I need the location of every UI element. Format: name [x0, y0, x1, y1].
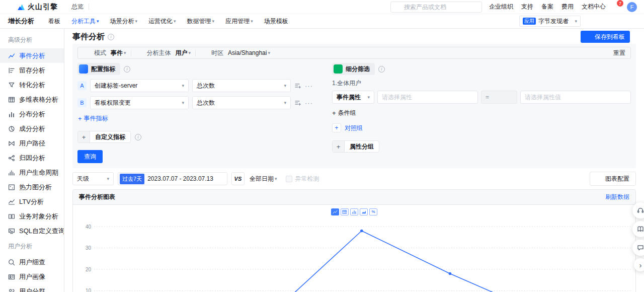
sidebar-item[interactable]: 用户分群 [0, 284, 64, 292]
sidebar-item[interactable]: SQL自定义查询 [0, 224, 64, 238]
mode-list-icon [83, 50, 90, 56]
add-custom-metric-button[interactable]: + 自定义指标 [77, 131, 131, 143]
more-icon[interactable]: ··· [305, 99, 313, 107]
chart-type-bar-chart-icon[interactable] [350, 208, 358, 215]
sidebar-item[interactable]: 归因分析 [0, 151, 64, 165]
float-support-icon[interactable] [632, 202, 644, 218]
avatar[interactable]: F [627, 2, 637, 12]
sidebar-item-label: 事件分析 [19, 51, 45, 60]
subject-select[interactable]: 用户▾ [176, 49, 191, 57]
brand-logo[interactable]: 火山引擎 [17, 3, 58, 12]
refresh-data-button[interactable]: 刷新数据 [598, 193, 629, 201]
chart-type-line-chart-icon[interactable] [331, 208, 339, 215]
mode-select[interactable]: 事件▾ [111, 49, 126, 57]
sidebar-item[interactable]: 分布分析 [0, 107, 64, 121]
granularity-select[interactable]: 天级▾ [72, 172, 114, 185]
sidebar-item[interactable]: 留存分析 [0, 63, 64, 78]
reset-button[interactable]: 重置 [605, 49, 625, 57]
global-search[interactable] [390, 2, 482, 13]
date-toolbar: 天级▾ 过去7天 2023.07.07 - 2023.07.13 VS 全部日期… [72, 168, 636, 189]
vs-button[interactable]: VS [231, 172, 245, 185]
subnav-tab[interactable]: 数据管理▾ [187, 17, 215, 26]
sidebar-item[interactable]: LTV分析 [0, 194, 64, 209]
info-icon[interactable]: i [124, 66, 130, 72]
hamburger-menu-icon[interactable] [5, 4, 12, 11]
overview-link[interactable]: 总览 [63, 3, 84, 11]
topnav-link-4[interactable]: 文档中心 [582, 3, 606, 11]
banner-icon[interactable] [588, 18, 595, 25]
subnav-tab[interactable]: 运营优化▾ [148, 17, 176, 26]
segment-filter-icon-box [334, 64, 343, 74]
gear-icon[interactable] [145, 134, 152, 140]
notification-badge: 7 [617, 0, 623, 7]
chart-type-area-chart-icon[interactable] [360, 208, 368, 215]
add-property-group-button[interactable]: + 属性分组 [332, 140, 379, 153]
anomaly-checkbox[interactable] [286, 176, 292, 182]
subnav-tab[interactable]: 看板 [48, 17, 60, 26]
lightbulb-icon[interactable] [633, 33, 640, 40]
info-icon[interactable]: i [135, 134, 141, 140]
subnav-tab[interactable]: 场景分析▾ [110, 17, 138, 26]
add-control-group-button[interactable]: + 对照组 [332, 123, 631, 132]
mobile-icon[interactable] [603, 18, 610, 25]
timezone-select[interactable]: Asia/Shanghai▾ [228, 49, 270, 56]
sidebar-item[interactable]: 转化分析 [0, 78, 64, 92]
chart-type-table-icon[interactable] [341, 208, 349, 215]
float-feedback-icon[interactable] [632, 240, 644, 256]
float-guide-icon[interactable] [632, 221, 644, 237]
settings-gear-icon[interactable] [617, 18, 624, 25]
sidebar-item[interactable]: 成分分析 [0, 121, 64, 136]
event-select[interactable]: 创建标签-server▾ [90, 79, 189, 92]
metric-row: A 创建标签-server▾ 总次数▾ ··· [77, 79, 314, 92]
info-icon[interactable]: i [378, 66, 385, 72]
sidebar-item[interactable]: 多维表格分析 [0, 92, 64, 107]
app-selector[interactable]: 应用 字节发现者 ▾ [519, 16, 581, 27]
metric-type-select[interactable]: 总次数▾ [192, 96, 291, 109]
operator-select[interactable]: = [481, 91, 517, 104]
query-button[interactable]: 查询 [77, 150, 103, 163]
filter-icon [335, 66, 342, 72]
property-type-select[interactable]: 事件属性▾ [332, 91, 374, 104]
sidebar-item[interactable]: 用户生命周期 [0, 165, 64, 180]
add-filter-icon[interactable] [294, 82, 301, 89]
add-filter-icon[interactable] [294, 99, 301, 106]
mail-icon[interactable] [632, 18, 639, 25]
svg-text:10: 10 [86, 288, 92, 292]
topnav-link-3[interactable]: 费用 [561, 3, 574, 11]
main-content: 事件分析 i 保存到看板 模式 事件▾ 分析主体 用户▾ [64, 29, 644, 292]
chart-type-percent-icon[interactable]: % [369, 208, 377, 215]
metric-row: B 看板权限变更▾ 总次数▾ ··· [77, 96, 314, 109]
save-to-board-button[interactable]: 保存到看板 [581, 31, 630, 43]
sidebar-item[interactable]: 用户路径 [0, 136, 64, 151]
search-input[interactable] [404, 4, 477, 11]
gear-icon[interactable] [321, 176, 328, 182]
property-value-input[interactable] [520, 91, 631, 104]
metric-type-select[interactable]: 总次数▾ [192, 79, 291, 92]
date-range-picker[interactable]: 过去7天 2023.07.07 - 2023.07.13 [118, 172, 227, 185]
topnav-link-1[interactable]: 支持 [521, 3, 533, 11]
event-select[interactable]: 看板权限变更▾ [90, 96, 189, 109]
refresh-label: 刷新数据 [605, 193, 629, 201]
info-icon[interactable]: i [108, 34, 114, 40]
notification-bell[interactable]: 7 [613, 3, 620, 11]
topnav-link-0[interactable]: 企业组织 [489, 3, 513, 11]
float-collapse-icon[interactable]: › [634, 258, 644, 271]
add-event-metric-button[interactable]: +事件指标 [78, 114, 108, 123]
brand-name: 火山引擎 [28, 3, 58, 12]
subnav-tab[interactable]: 应用管理▾ [225, 17, 253, 26]
topnav-link-2[interactable]: 备案 [541, 3, 553, 11]
sidebar-item[interactable]: 事件分析 [0, 48, 64, 63]
sidebar-section-title: 高级分析 [0, 32, 64, 48]
subnav-tab[interactable]: 分析工具▾ [71, 17, 99, 26]
sidebar-item[interactable]: 用户细查 [0, 255, 64, 269]
metrics-config-panel: 配置指标 i A 创建标签-server▾ 总次数▾ ··· B 看板权限变更▾… [77, 62, 314, 163]
property-input[interactable] [377, 91, 478, 104]
more-icon[interactable]: ··· [305, 82, 313, 90]
sidebar-item[interactable]: 热力图分析 [0, 180, 64, 194]
sidebar-item[interactable]: 业务对象分析 [0, 209, 64, 224]
chart-config-button[interactable]: 图表配置 [590, 172, 636, 186]
subnav-tab[interactable]: 场景模板 [264, 17, 288, 26]
sidebar-item[interactable]: 用户画像 [0, 269, 64, 284]
compare-select[interactable]: 全部日期▾ [250, 175, 277, 183]
add-condition-group-button[interactable]: +条件组 [332, 109, 356, 117]
